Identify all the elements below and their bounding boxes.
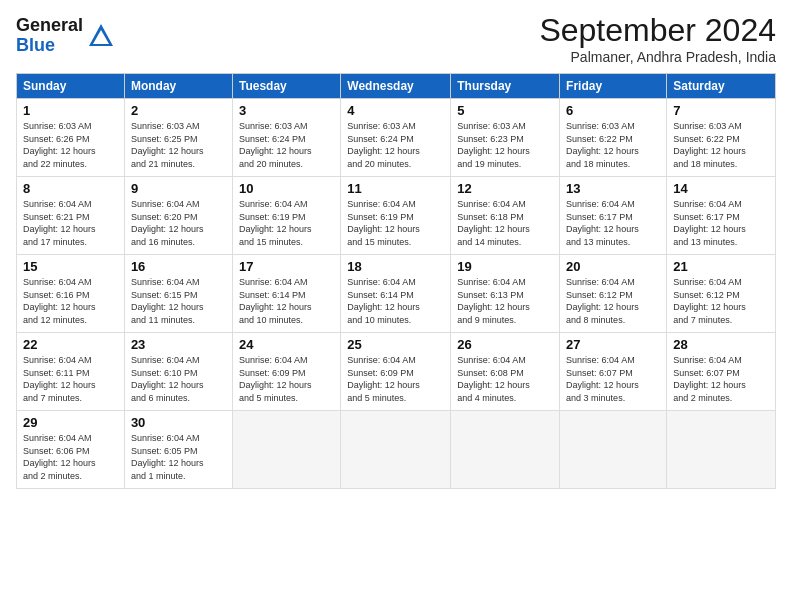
title-block: September 2024 Palmaner, Andhra Pradesh,… bbox=[539, 12, 776, 65]
empty-cell-2 bbox=[341, 411, 451, 489]
day-16: 16 Sunrise: 6:04 AMSunset: 6:15 PMDaylig… bbox=[124, 255, 232, 333]
calendar-week-1: 1 Sunrise: 6:03 AMSunset: 6:26 PMDayligh… bbox=[17, 99, 776, 177]
logo-blue: Blue bbox=[16, 36, 83, 56]
day-13: 13 Sunrise: 6:04 AMSunset: 6:17 PMDaylig… bbox=[560, 177, 667, 255]
logo-general: General bbox=[16, 16, 83, 36]
day-8: 8 Sunrise: 6:04 AMSunset: 6:21 PMDayligh… bbox=[17, 177, 125, 255]
day-12: 12 Sunrise: 6:04 AMSunset: 6:18 PMDaylig… bbox=[451, 177, 560, 255]
day-27: 27 Sunrise: 6:04 AMSunset: 6:07 PMDaylig… bbox=[560, 333, 667, 411]
empty-cell-1 bbox=[232, 411, 340, 489]
calendar-week-5: 29 Sunrise: 6:04 AMSunset: 6:06 PMDaylig… bbox=[17, 411, 776, 489]
col-friday: Friday bbox=[560, 74, 667, 99]
calendar-week-4: 22 Sunrise: 6:04 AMSunset: 6:11 PMDaylig… bbox=[17, 333, 776, 411]
calendar-week-2: 8 Sunrise: 6:04 AMSunset: 6:21 PMDayligh… bbox=[17, 177, 776, 255]
day-9: 9 Sunrise: 6:04 AMSunset: 6:20 PMDayligh… bbox=[124, 177, 232, 255]
empty-cell-3 bbox=[451, 411, 560, 489]
day-21: 21 Sunrise: 6:04 AMSunset: 6:12 PMDaylig… bbox=[667, 255, 776, 333]
day-26: 26 Sunrise: 6:04 AMSunset: 6:08 PMDaylig… bbox=[451, 333, 560, 411]
day-30: 30 Sunrise: 6:04 AMSunset: 6:05 PMDaylig… bbox=[124, 411, 232, 489]
day-15: 15 Sunrise: 6:04 AMSunset: 6:16 PMDaylig… bbox=[17, 255, 125, 333]
day-1: 1 Sunrise: 6:03 AMSunset: 6:26 PMDayligh… bbox=[17, 99, 125, 177]
day-20: 20 Sunrise: 6:04 AMSunset: 6:12 PMDaylig… bbox=[560, 255, 667, 333]
empty-cell-5 bbox=[667, 411, 776, 489]
day-4: 4 Sunrise: 6:03 AMSunset: 6:24 PMDayligh… bbox=[341, 99, 451, 177]
day-11: 11 Sunrise: 6:04 AMSunset: 6:19 PMDaylig… bbox=[341, 177, 451, 255]
empty-cell-4 bbox=[560, 411, 667, 489]
calendar-header-row: Sunday Monday Tuesday Wednesday Thursday… bbox=[17, 74, 776, 99]
col-thursday: Thursday bbox=[451, 74, 560, 99]
day-23: 23 Sunrise: 6:04 AMSunset: 6:10 PMDaylig… bbox=[124, 333, 232, 411]
logo: General Blue bbox=[16, 16, 115, 56]
day-29: 29 Sunrise: 6:04 AMSunset: 6:06 PMDaylig… bbox=[17, 411, 125, 489]
day-22: 22 Sunrise: 6:04 AMSunset: 6:11 PMDaylig… bbox=[17, 333, 125, 411]
day-14: 14 Sunrise: 6:04 AMSunset: 6:17 PMDaylig… bbox=[667, 177, 776, 255]
day-2: 2 Sunrise: 6:03 AMSunset: 6:25 PMDayligh… bbox=[124, 99, 232, 177]
day-6: 6 Sunrise: 6:03 AMSunset: 6:22 PMDayligh… bbox=[560, 99, 667, 177]
location: Palmaner, Andhra Pradesh, India bbox=[539, 49, 776, 65]
col-sunday: Sunday bbox=[17, 74, 125, 99]
calendar-table: Sunday Monday Tuesday Wednesday Thursday… bbox=[16, 73, 776, 489]
day-10: 10 Sunrise: 6:04 AMSunset: 6:19 PMDaylig… bbox=[232, 177, 340, 255]
day-25: 25 Sunrise: 6:04 AMSunset: 6:09 PMDaylig… bbox=[341, 333, 451, 411]
col-tuesday: Tuesday bbox=[232, 74, 340, 99]
page-container: General Blue September 2024 Palmaner, An… bbox=[0, 0, 792, 497]
day-18: 18 Sunrise: 6:04 AMSunset: 6:14 PMDaylig… bbox=[341, 255, 451, 333]
month-title: September 2024 bbox=[539, 12, 776, 49]
day-28: 28 Sunrise: 6:04 AMSunset: 6:07 PMDaylig… bbox=[667, 333, 776, 411]
day-19: 19 Sunrise: 6:04 AMSunset: 6:13 PMDaylig… bbox=[451, 255, 560, 333]
col-wednesday: Wednesday bbox=[341, 74, 451, 99]
day-3: 3 Sunrise: 6:03 AMSunset: 6:24 PMDayligh… bbox=[232, 99, 340, 177]
day-24: 24 Sunrise: 6:04 AMSunset: 6:09 PMDaylig… bbox=[232, 333, 340, 411]
col-saturday: Saturday bbox=[667, 74, 776, 99]
logo-text: General Blue bbox=[16, 16, 83, 56]
logo-icon bbox=[87, 22, 115, 50]
day-5: 5 Sunrise: 6:03 AMSunset: 6:23 PMDayligh… bbox=[451, 99, 560, 177]
day-7: 7 Sunrise: 6:03 AMSunset: 6:22 PMDayligh… bbox=[667, 99, 776, 177]
calendar-week-3: 15 Sunrise: 6:04 AMSunset: 6:16 PMDaylig… bbox=[17, 255, 776, 333]
header: General Blue September 2024 Palmaner, An… bbox=[16, 12, 776, 65]
day-17: 17 Sunrise: 6:04 AMSunset: 6:14 PMDaylig… bbox=[232, 255, 340, 333]
col-monday: Monday bbox=[124, 74, 232, 99]
